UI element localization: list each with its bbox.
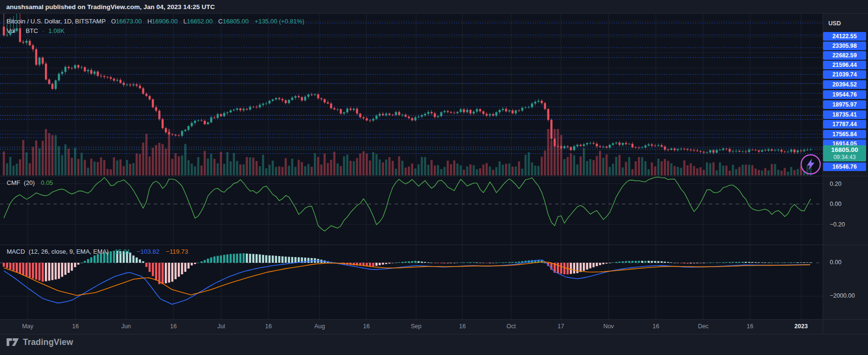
time-axis-label: 16 [363,323,370,330]
price-level-label: 21039.74 [823,70,866,79]
price-level-label: 19544.76 [823,90,866,99]
time-axis-label: Aug [314,323,325,330]
macd-line-value: −103.82 [137,248,159,255]
time-axis-label: 17 [557,323,564,330]
macd-legend: MACD (12, 26, close, 9, EMA, EMA) 15.91 … [7,248,188,255]
time-axis-label: 2023 [794,323,808,330]
cmf-params: (20) [24,179,35,186]
price-axis-currency: USD [828,20,841,27]
publish-byline: anushsamal published on TradingView.com,… [6,3,215,11]
symbol-legend: Bitcoin / U.S. Dollar, 1D, BITSTAMP O166… [7,18,304,25]
price-level-label: 20394.52 [823,80,866,89]
volume-value: 1.08K [48,27,64,34]
separator-dot: · [42,27,44,34]
price-level-label: 18975.97 [823,100,866,109]
current-price-value: 16805.00 [823,146,866,154]
macd-indicator-label[interactable]: MACD [7,248,25,255]
ohlc-close-label: C [218,18,223,25]
macd-params: (12, 26, close, 9, EMA, EMA) [29,248,109,255]
price-level-label: 24122.55 [823,32,866,41]
ohlc-low-value: 16652.00 [187,18,213,25]
boost-button[interactable] [800,153,822,175]
volume-symbol: BTC [26,27,38,34]
ohlc-close-value: 16805.00 [223,18,248,25]
time-axis-label: 16 [653,323,659,330]
price-level-label: 17787.44 [823,120,866,129]
cmf-axis-tick: 0.20 [830,181,841,187]
time-axis-label: Oct [506,323,515,330]
current-price-label: 16805.00 09:34:43 [823,145,866,161]
time-axis-label: 16 [72,323,79,330]
macd-axis-tick: 0.00 [830,259,841,266]
cmf-axis-tick: 0.00 [830,201,841,207]
price-level-label: 18735.41 [823,110,866,119]
cmf-legend: CMF (20) 0.05 [7,179,53,186]
chart-root: anushsamal published on TradingView.com,… [0,0,868,355]
macd-hist-value: 15.91 [115,248,130,255]
cmf-value: 0.05 [41,179,53,186]
tradingview-logo-icon [6,336,19,348]
symbol-title[interactable]: Bitcoin / U.S. Dollar, 1D, BITSTAMP [7,18,106,25]
time-axis-label: 16 [265,323,272,330]
ohlc-low-label: L [183,18,187,25]
time-axis-label: May [22,323,33,330]
separator-dot: · [20,27,21,34]
cmf-axis-tick: −0.20 [830,221,845,228]
tradingview-watermark[interactable]: TradingView [6,336,73,348]
price-level-label: 16546.76 [823,162,866,171]
watermark-text: TradingView [23,337,73,347]
price-level-label: 21596.44 [823,61,866,69]
price-level-label: 23305.98 [823,42,866,50]
ohlc-open-label: O [111,18,116,25]
time-axis-label: Jun [121,323,131,330]
time-axis-label: Sep [411,323,421,330]
change-value: +135.00 (+0.81%) [255,18,304,25]
time-axis-label: 16 [459,323,466,330]
ohlc-open-value: 16673.00 [116,18,142,25]
macd-signal-value: −119.73 [166,248,188,255]
ohlc-high-value: 16906.00 [152,18,178,25]
chart-canvas[interactable] [0,0,868,355]
macd-axis-tick: −2000.00 [830,292,855,299]
time-axis-label: 16 [747,323,753,330]
volume-legend: Vol · BTC · 1.08K [7,27,64,34]
time-axis-label: 16 [170,323,177,330]
bar-close-countdown: 09:34:43 [823,154,866,161]
ohlc-high-label: H [147,18,151,25]
time-axis-label: Jul [217,323,225,330]
cmf-indicator-label[interactable]: CMF [7,179,20,186]
time-axis-label: Nov [603,323,614,330]
price-level-label: 17565.84 [823,130,866,139]
time-axis-label: Dec [698,323,708,330]
price-level-label: 22682.59 [823,51,866,60]
volume-label[interactable]: Vol [7,27,15,34]
